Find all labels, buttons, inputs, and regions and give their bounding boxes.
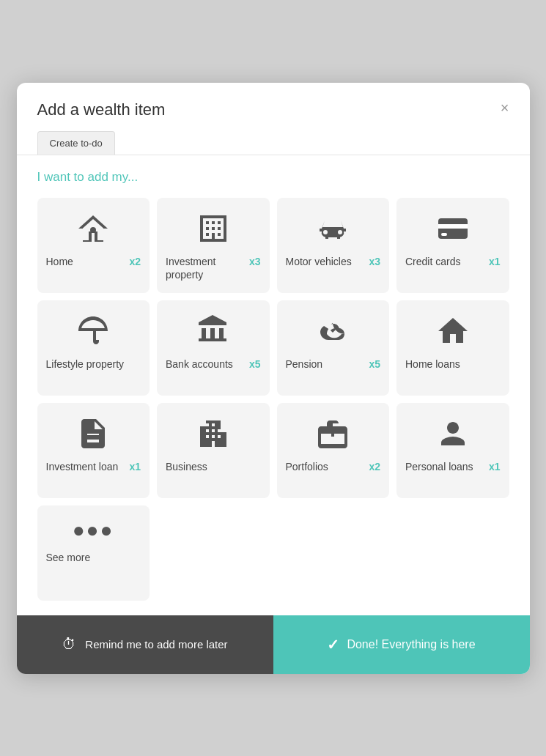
remind-later-button[interactable]: ⏱ Remind me to add more later xyxy=(17,615,273,674)
home-loans-label: Home loans xyxy=(405,357,460,371)
grid-item-see-more[interactable]: ●●●See more xyxy=(37,505,150,601)
home-loans-icon xyxy=(405,314,501,349)
motor-vehicles-icon xyxy=(286,211,381,246)
lifestyle-property-label: Lifestyle property xyxy=(46,357,125,371)
personal-loans-label-row: Personal loansx1 xyxy=(405,460,501,473)
grid-item-lifestyle-property[interactable]: Lifestyle property xyxy=(37,300,150,396)
bank-accounts-label: Bank accounts xyxy=(166,357,233,371)
svg-rect-2 xyxy=(438,224,468,229)
portfolios-count: x2 xyxy=(369,461,380,472)
modal-header: Add a wealth item × xyxy=(17,83,530,119)
motor-vehicles-label-row: Motor vehiclesx3 xyxy=(286,255,381,268)
svg-rect-4 xyxy=(86,435,100,437)
pension-count: x5 xyxy=(369,358,380,370)
credit-cards-icon xyxy=(405,211,501,246)
bank-accounts-label-row: Bank accountsx5 xyxy=(166,357,261,371)
modal-title: Add a wealth item xyxy=(37,100,166,119)
modal-footer: ⏱ Remind me to add more later ✓ Done! Ev… xyxy=(17,615,530,674)
check-icon: ✓ xyxy=(327,636,339,653)
close-button[interactable]: × xyxy=(501,100,509,115)
pension-label: Pension xyxy=(286,357,323,371)
remind-later-label: Remind me to add more later xyxy=(85,638,227,651)
grid-item-bank-accounts[interactable]: Bank accountsx5 xyxy=(157,300,270,396)
home-loans-label-row: Home loans xyxy=(405,357,501,371)
pension-label-row: Pensionx5 xyxy=(286,357,381,371)
wealth-item-modal: Add a wealth item × Create to-do I want … xyxy=(17,83,530,674)
business-label: Business xyxy=(166,460,207,473)
modal-body: I want to add my... Homex2Investment pro… xyxy=(17,155,530,615)
bank-accounts-count: x5 xyxy=(249,358,261,370)
grid-item-business[interactable]: Business xyxy=(157,403,270,498)
home-label: Home xyxy=(46,255,73,268)
home-label-row: Homex2 xyxy=(46,255,141,268)
grid-item-personal-loans[interactable]: Personal loansx1 xyxy=(396,403,509,498)
grid-item-home-loans[interactable]: Home loans xyxy=(396,300,509,396)
grid-item-home[interactable]: Homex2 xyxy=(37,198,150,293)
see-more-label-row: See more xyxy=(46,551,141,564)
motor-vehicles-count: x3 xyxy=(369,256,380,267)
portfolios-label-row: Portfoliosx2 xyxy=(286,460,381,473)
investment-property-icon xyxy=(166,211,261,246)
see-more-dots-icon: ●●● xyxy=(46,519,141,542)
grid-item-pension[interactable]: Pensionx5 xyxy=(277,300,390,396)
personal-loans-icon xyxy=(405,416,501,451)
motor-vehicles-label: Motor vehicles xyxy=(286,255,352,268)
wealth-grid: Homex2Investment propertyx3Motor vehicle… xyxy=(37,198,509,601)
credit-cards-label-row: Credit cardsx1 xyxy=(405,255,501,268)
investment-property-label-row: Investment propertyx3 xyxy=(166,255,261,281)
svg-point-0 xyxy=(90,227,96,233)
investment-loan-count: x1 xyxy=(129,461,141,472)
home-icon xyxy=(46,211,141,246)
bank-accounts-icon xyxy=(166,314,261,349)
credit-cards-count: x1 xyxy=(489,256,501,267)
portfolios-label: Portfolios xyxy=(286,460,328,473)
personal-loans-label: Personal loans xyxy=(405,460,473,473)
clock-icon: ⏱ xyxy=(62,636,76,653)
portfolios-icon xyxy=(286,416,381,451)
grid-item-motor-vehicles[interactable]: Motor vehiclesx3 xyxy=(277,198,390,293)
prompt-text: I want to add my... xyxy=(37,170,509,185)
svg-rect-3 xyxy=(441,233,447,236)
grid-item-portfolios[interactable]: Portfoliosx2 xyxy=(277,403,390,498)
pension-icon xyxy=(286,314,381,349)
tab-bar: Create to-do xyxy=(17,119,530,155)
lifestyle-property-icon xyxy=(46,314,141,349)
investment-loan-label: Investment loan xyxy=(46,460,119,473)
done-label: Done! Everything is here xyxy=(347,638,475,651)
done-button[interactable]: ✓ Done! Everything is here xyxy=(273,615,530,674)
business-icon xyxy=(166,416,261,451)
investment-property-label: Investment property xyxy=(166,255,246,281)
home-count: x2 xyxy=(129,256,141,267)
investment-property-count: x3 xyxy=(249,256,261,267)
see-more-label: See more xyxy=(46,551,91,564)
lifestyle-property-label-row: Lifestyle property xyxy=(46,357,141,371)
investment-loan-icon xyxy=(46,416,141,451)
create-todo-tab[interactable]: Create to-do xyxy=(37,131,115,155)
grid-item-credit-cards[interactable]: Credit cardsx1 xyxy=(396,198,509,293)
grid-item-investment-property[interactable]: Investment propertyx3 xyxy=(157,198,270,293)
investment-loan-label-row: Investment loanx1 xyxy=(46,460,141,473)
business-label-row: Business xyxy=(166,460,261,473)
grid-item-investment-loan[interactable]: Investment loanx1 xyxy=(37,403,150,498)
personal-loans-count: x1 xyxy=(489,461,501,472)
credit-cards-label: Credit cards xyxy=(405,255,460,268)
